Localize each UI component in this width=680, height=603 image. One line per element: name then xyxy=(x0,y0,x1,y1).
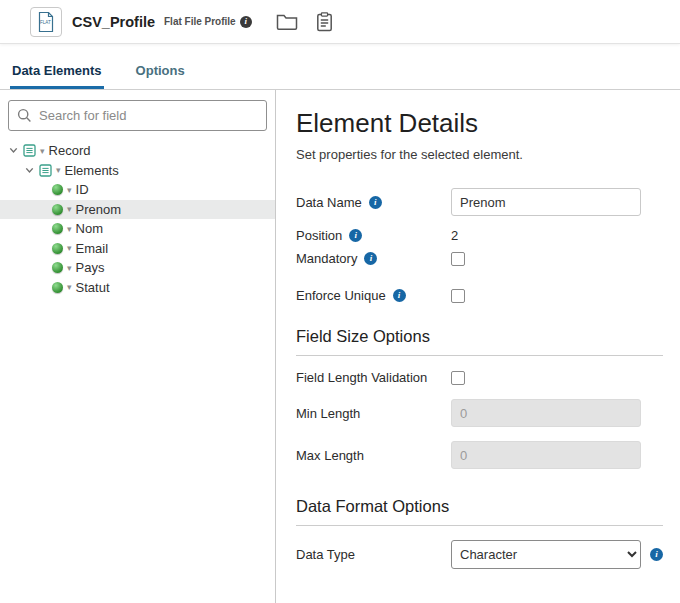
tree-item-label: Statut xyxy=(76,280,110,295)
tree-item-label: Prenom xyxy=(76,202,122,217)
tree-item-label: ID xyxy=(76,182,89,197)
dropdown-caret-icon[interactable] xyxy=(67,243,72,253)
element-icon xyxy=(52,262,63,273)
dropdown-caret-icon[interactable] xyxy=(67,204,72,214)
tree-item-field[interactable]: Statut xyxy=(0,278,275,298)
info-icon[interactable] xyxy=(650,548,663,561)
tree-item-label: Pays xyxy=(76,260,105,275)
element-icon xyxy=(52,282,63,293)
profile-title: CSV_Profile xyxy=(72,14,155,30)
tab-data-elements[interactable]: Data Elements xyxy=(10,55,104,89)
tree-item-label: Elements xyxy=(65,163,119,178)
page-title: Element Details xyxy=(296,108,663,138)
info-icon[interactable] xyxy=(364,252,377,265)
folder-icon xyxy=(276,13,298,30)
data-name-input[interactable] xyxy=(451,188,641,216)
tree-item-field[interactable]: Nom xyxy=(0,219,275,239)
info-icon[interactable] xyxy=(369,196,382,209)
tree-item-elements[interactable]: Elements xyxy=(0,161,275,181)
max-length-input xyxy=(451,441,641,469)
clipboard-button[interactable] xyxy=(314,10,335,34)
clipboard-icon xyxy=(316,12,333,32)
mandatory-label: Mandatory xyxy=(296,251,357,266)
info-icon[interactable] xyxy=(349,229,362,242)
element-tree-panel: Record Elements ID xyxy=(0,90,276,603)
search-icon xyxy=(17,108,32,123)
min-length-input xyxy=(451,399,641,427)
record-icon xyxy=(23,144,36,157)
profile-subtitle: Flat File Profile xyxy=(164,16,236,27)
position-label: Position xyxy=(296,228,342,243)
tree-item-field[interactable]: Pays xyxy=(0,258,275,278)
tree-item-field[interactable]: Email xyxy=(0,239,275,259)
tree-item-field[interactable]: ID xyxy=(0,180,275,200)
folder-button[interactable] xyxy=(274,11,300,32)
min-length-label: Min Length xyxy=(296,406,360,421)
profile-header: FLAT CSV_Profile Flat File Profile xyxy=(0,0,680,44)
document-icon: FLAT xyxy=(36,11,56,33)
profile-tabs: Data Elements Options xyxy=(0,44,680,90)
enforce-unique-checkbox[interactable] xyxy=(451,289,465,303)
dropdown-caret-icon[interactable] xyxy=(40,146,45,156)
dropdown-caret-icon[interactable] xyxy=(67,282,72,292)
chevron-down-icon[interactable] xyxy=(8,145,19,156)
field-length-validation-label: Field Length Validation xyxy=(296,370,427,385)
info-icon[interactable] xyxy=(393,289,406,302)
dropdown-caret-icon[interactable] xyxy=(67,185,72,195)
tree-item-label: Nom xyxy=(76,221,103,236)
svg-text:FLAT: FLAT xyxy=(40,20,51,25)
page-subtitle: Set properties for the selected element. xyxy=(296,147,663,162)
mandatory-checkbox[interactable] xyxy=(451,252,465,266)
search-input[interactable] xyxy=(8,100,267,131)
element-details-panel: Element Details Set properties for the s… xyxy=(276,90,680,603)
flat-file-profile-icon: FLAT xyxy=(30,7,62,37)
data-type-label: Data Type xyxy=(296,547,355,562)
record-icon xyxy=(39,164,52,177)
chevron-down-icon[interactable] xyxy=(24,165,35,176)
data-format-options-heading: Data Format Options xyxy=(296,497,663,526)
tree-item-record[interactable]: Record xyxy=(0,141,275,161)
dropdown-caret-icon[interactable] xyxy=(56,165,61,175)
tree-item-label: Record xyxy=(49,143,91,158)
data-name-label: Data Name xyxy=(296,195,362,210)
tree-item-field[interactable]: Prenom xyxy=(0,200,275,220)
dropdown-caret-icon[interactable] xyxy=(67,224,72,234)
tree-item-label: Email xyxy=(76,241,109,256)
max-length-label: Max Length xyxy=(296,448,364,463)
data-type-select[interactable]: Character xyxy=(451,540,641,569)
element-tree: Record Elements ID xyxy=(0,141,275,297)
element-icon xyxy=(52,243,63,254)
dropdown-caret-icon[interactable] xyxy=(67,263,72,273)
tab-options[interactable]: Options xyxy=(134,55,187,89)
enforce-unique-label: Enforce Unique xyxy=(296,288,386,303)
position-value: 2 xyxy=(451,228,458,243)
element-icon xyxy=(52,204,63,215)
profile-info-icon[interactable] xyxy=(240,16,252,28)
field-length-validation-checkbox[interactable] xyxy=(451,371,465,385)
element-icon xyxy=(52,223,63,234)
element-icon xyxy=(52,184,63,195)
field-size-options-heading: Field Size Options xyxy=(296,327,663,356)
